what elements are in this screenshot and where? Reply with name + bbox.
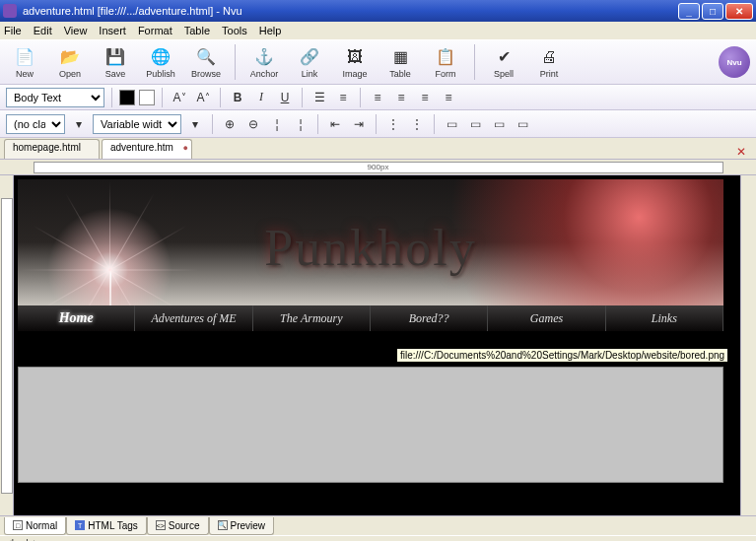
page-banner: Punkholy xyxy=(18,179,723,305)
link-button[interactable]: 🔗Link xyxy=(291,42,328,82)
toolbar-label: Table xyxy=(389,69,411,79)
bold-button[interactable]: B xyxy=(228,88,247,107)
width-select[interactable]: Variable width xyxy=(93,114,181,134)
window-title: adventure.html [file:///.../adventure.ht… xyxy=(21,5,678,17)
view-tab-htmltags[interactable]: THTML Tags xyxy=(66,517,147,535)
outdent-icon[interactable]: ⇤ xyxy=(325,114,345,134)
htmltags-view-icon: T xyxy=(75,520,85,530)
italic-button[interactable]: I xyxy=(251,88,271,107)
decrease-font-icon[interactable]: A˅ xyxy=(170,88,189,107)
nav-bored[interactable]: Bored?? xyxy=(371,305,488,331)
indent-icon[interactable]: ⇥ xyxy=(349,114,369,134)
print-button[interactable]: 🖨Print xyxy=(530,42,568,82)
file-tab-homepage[interactable]: homepage.html xyxy=(4,139,100,159)
save-button[interactable]: 💾Save xyxy=(97,42,134,82)
dl-icon[interactable]: ⋮ xyxy=(383,114,403,134)
menu-edit[interactable]: Edit xyxy=(34,25,52,36)
align-right-icon[interactable]: ≡ xyxy=(415,88,435,107)
close-button[interactable]: ✕ xyxy=(725,3,753,20)
strong-button[interactable]: ⊖ xyxy=(243,114,263,134)
publish-button[interactable]: 🌐Publish xyxy=(142,42,179,82)
menu-format[interactable]: Format xyxy=(138,25,172,36)
menu-bar: File Edit View Insert Format Table Tools… xyxy=(0,22,756,39)
browse-button[interactable]: 🔍Browse xyxy=(187,42,225,82)
tooltip: file:///C:/Documents%20and%20Settings/Ma… xyxy=(396,348,728,363)
bullet-list-icon[interactable]: ☰ xyxy=(309,88,329,107)
align-left-icon[interactable]: ≡ xyxy=(368,88,387,107)
normal-view-icon: □ xyxy=(13,520,23,530)
image-button[interactable]: 🖼Image xyxy=(336,42,374,82)
nav-home[interactable]: Home xyxy=(18,305,135,331)
ruler[interactable]: 900px xyxy=(34,162,723,173)
em-button[interactable]: ⊕ xyxy=(220,114,240,134)
spell-button[interactable]: ✔Spell xyxy=(485,42,522,82)
table-button[interactable]: ▦Table xyxy=(381,42,419,82)
sep1-icon[interactable]: ¦ xyxy=(267,114,287,134)
width-dropdown-icon[interactable]: ▾ xyxy=(185,114,205,134)
underline-button[interactable]: U xyxy=(275,88,295,107)
preview-view-icon: 🔍 xyxy=(218,520,228,530)
browse-icon: 🔍 xyxy=(195,46,217,68)
menu-view[interactable]: View xyxy=(64,25,88,36)
nav-adventures[interactable]: Adventures of ME xyxy=(135,305,252,331)
menu-table[interactable]: Table xyxy=(184,25,210,36)
align-center-icon[interactable]: ≡ xyxy=(391,88,411,107)
layer4-icon[interactable]: ▭ xyxy=(513,114,532,134)
nav-links[interactable]: Links xyxy=(606,305,723,331)
toolbar-label: Open xyxy=(59,69,81,79)
maximize-button[interactable]: □ xyxy=(702,3,723,20)
layer-icon[interactable]: ▭ xyxy=(442,114,461,134)
form-button[interactable]: 📋Form xyxy=(427,42,464,82)
format-toolbar-2: (no class) ▾ Variable width ▾ ⊕ ⊖ ¦ ¦ ⇤ … xyxy=(0,110,756,138)
page-navbar: Home Adventures of ME The Armoury Bored?… xyxy=(18,305,723,331)
nav-games[interactable]: Games xyxy=(488,305,605,331)
toolbar-label: Save xyxy=(105,69,126,79)
new-icon: 📄 xyxy=(14,46,35,68)
layer2-icon[interactable]: ▭ xyxy=(465,114,485,134)
view-tab-normal[interactable]: □Normal xyxy=(4,517,66,535)
toolbar-label: Anchor xyxy=(250,69,279,79)
nav-armoury[interactable]: The Armoury xyxy=(253,305,371,331)
file-tabs: homepage.html ●adventure.htm ✕ xyxy=(0,138,756,160)
open-icon: 📂 xyxy=(59,46,81,68)
paragraph-select[interactable]: Body Text xyxy=(6,88,104,107)
title-bar: adventure.html [file:///.../adventure.ht… xyxy=(0,0,756,22)
text-color-swatch[interactable] xyxy=(119,90,135,105)
menu-help[interactable]: Help xyxy=(259,25,282,36)
menu-tools[interactable]: Tools xyxy=(222,25,247,36)
view-tab-source[interactable]: <>Source xyxy=(147,517,209,535)
form-icon: 📋 xyxy=(435,46,456,68)
vertical-ruler[interactable] xyxy=(1,198,13,494)
print-icon: 🖨 xyxy=(538,46,560,68)
anchor-icon: ⚓ xyxy=(253,46,275,68)
dt-icon[interactable]: ⋮ xyxy=(407,114,427,134)
menu-insert[interactable]: Insert xyxy=(99,25,126,36)
view-tab-preview[interactable]: 🔍Preview xyxy=(209,517,275,535)
layer3-icon[interactable]: ▭ xyxy=(489,114,509,134)
anchor-button[interactable]: ⚓Anchor xyxy=(245,42,283,82)
align-justify-icon[interactable]: ≡ xyxy=(439,88,458,107)
increase-font-icon[interactable]: A˄ xyxy=(193,88,213,107)
class-dropdown-icon[interactable]: ▾ xyxy=(69,114,89,134)
sep2-icon[interactable]: ¦ xyxy=(291,114,310,134)
file-tab-adventure[interactable]: ●adventure.htm xyxy=(102,139,192,159)
number-list-icon[interactable]: ≡ xyxy=(333,88,353,107)
nvu-logo: Nvu xyxy=(719,46,750,78)
minimize-button[interactable]: _ xyxy=(678,3,700,20)
view-mode-tabs: □Normal THTML Tags <>Source 🔍Preview xyxy=(0,515,756,535)
tab-close-icon[interactable]: ● xyxy=(182,143,187,153)
vertical-scrollbar[interactable] xyxy=(740,175,756,515)
image-placeholder[interactable] xyxy=(18,367,723,483)
toolbar-label: Publish xyxy=(146,69,175,79)
class-select[interactable]: (no class) xyxy=(6,114,65,134)
toolbar-label: Print xyxy=(540,69,559,79)
source-view-icon: <> xyxy=(156,520,166,530)
link-icon: 🔗 xyxy=(299,46,320,68)
open-button[interactable]: 📂Open xyxy=(51,42,89,82)
editor-canvas[interactable]: Punkholy Home Adventures of ME The Armou… xyxy=(14,175,740,515)
menu-file[interactable]: File xyxy=(4,25,22,36)
toolbar-label: Form xyxy=(436,69,456,79)
new-button[interactable]: 📄New xyxy=(6,42,43,82)
bg-color-swatch[interactable] xyxy=(139,90,155,105)
tabs-close-icon[interactable]: ✕ xyxy=(730,145,752,159)
